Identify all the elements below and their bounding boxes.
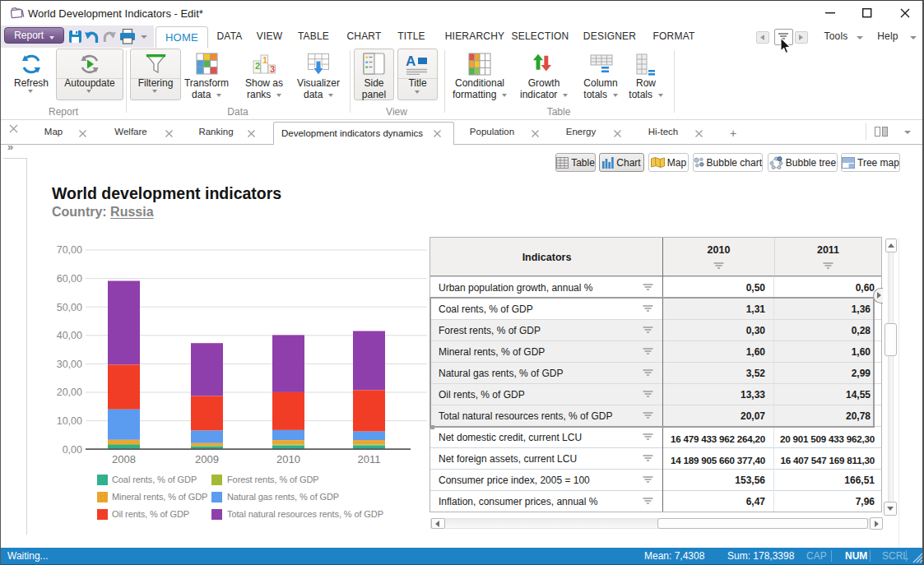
svg-text:10,00: 10,00 [57, 415, 82, 427]
svg-text:2009: 2009 [195, 453, 219, 465]
svg-text:1: 1 [262, 55, 267, 65]
svg-text:2: 2 [255, 61, 260, 71]
svg-text:0,00: 0,00 [63, 444, 82, 456]
svg-text:20,00: 20,00 [57, 387, 82, 398]
svg-text:60,00: 60,00 [57, 273, 82, 285]
svg-text:2010: 2010 [276, 453, 300, 465]
svg-text:2008: 2008 [112, 453, 136, 465]
svg-text:30,00: 30,00 [57, 359, 82, 370]
svg-text:70,00: 70,00 [57, 244, 82, 256]
svg-text:2011: 2011 [358, 453, 381, 465]
svg-text:50,00: 50,00 [57, 302, 82, 313]
svg-text:3: 3 [270, 64, 275, 74]
svg-text:A: A [406, 53, 416, 69]
svg-text:40,00: 40,00 [57, 330, 82, 341]
